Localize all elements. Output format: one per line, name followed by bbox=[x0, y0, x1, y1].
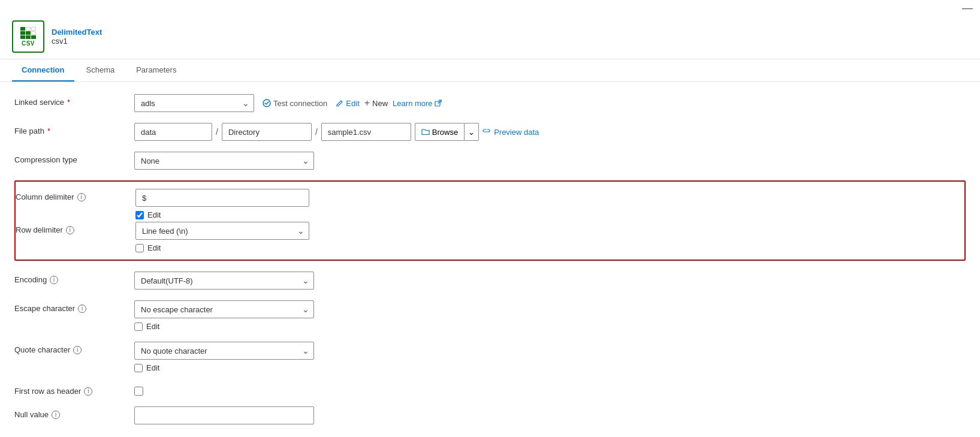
external-link-icon bbox=[435, 100, 442, 107]
compression-type-select-wrapper: None GZip Deflate BZip2 bbox=[134, 152, 314, 170]
quote-character-select-wrapper: No quote character Double quote (") Sing… bbox=[134, 342, 314, 360]
row-delimiter-controls: Default (\r, \n, or \r\n) Line feed (\n)… bbox=[135, 222, 309, 252]
csv-icon-label: CSV bbox=[22, 40, 35, 47]
column-delimiter-input[interactable] bbox=[135, 189, 309, 207]
delimiter-section: Column delimiter i Edit Row delimiter i bbox=[14, 180, 966, 261]
row-delimiter-info-icon[interactable]: i bbox=[66, 226, 74, 234]
tab-parameters[interactable]: Parameters bbox=[126, 59, 186, 82]
row-delimiter-edit-checkbox[interactable] bbox=[135, 244, 144, 252]
encoding-select[interactable]: Default(UTF-8) UTF-8 UTF-16 ASCII bbox=[134, 272, 314, 290]
row-delimiter-select[interactable]: Default (\r, \n, or \r\n) Line feed (\n)… bbox=[135, 222, 309, 240]
column-delimiter-controls: Edit bbox=[135, 189, 309, 219]
escape-character-select[interactable]: No escape character Backslash (\) bbox=[134, 300, 314, 318]
linked-service-required: * bbox=[67, 98, 70, 107]
compression-type-row: Compression type None GZip Deflate BZip2 bbox=[14, 152, 966, 170]
escape-character-controls: No escape character Backslash (\) Edit bbox=[134, 300, 314, 331]
quote-character-edit-label: Edit bbox=[146, 363, 159, 372]
column-delimiter-row: Column delimiter i Edit bbox=[16, 189, 957, 219]
row-delimiter-select-wrapper: Default (\r, \n, or \r\n) Line feed (\n)… bbox=[135, 222, 309, 240]
preview-data-button[interactable]: Preview data bbox=[483, 128, 539, 137]
linked-service-select-wrapper: adls bbox=[134, 94, 254, 112]
linked-service-row: Linked service * adls Test connection Ed… bbox=[14, 94, 966, 112]
column-delimiter-label: Column delimiter i bbox=[16, 189, 135, 201]
first-row-header-info-icon[interactable]: i bbox=[84, 387, 92, 396]
minimize-button[interactable]: — bbox=[962, 2, 973, 13]
browse-dropdown-icon: ⌄ bbox=[468, 128, 475, 137]
null-value-row: Null value i bbox=[14, 406, 966, 424]
quote-character-controls: No quote character Double quote (") Sing… bbox=[134, 342, 314, 372]
null-value-input[interactable] bbox=[134, 406, 314, 424]
row-delimiter-edit-row: Edit bbox=[135, 243, 309, 252]
null-value-info-icon[interactable]: i bbox=[52, 411, 60, 419]
escape-character-edit-checkbox[interactable] bbox=[134, 323, 143, 331]
quote-character-label: Quote character i bbox=[14, 342, 134, 354]
escape-character-edit-label: Edit bbox=[146, 322, 159, 331]
tab-bar: Connection Schema Parameters bbox=[0, 59, 980, 82]
first-row-header-label: First row as header i bbox=[14, 383, 134, 396]
column-delimiter-edit-label: Edit bbox=[147, 210, 161, 219]
learn-more-button[interactable]: Learn more bbox=[393, 99, 441, 108]
file-path-part2-input[interactable] bbox=[222, 123, 312, 141]
edit-icon bbox=[336, 100, 343, 107]
column-delimiter-info-icon[interactable]: i bbox=[77, 193, 86, 201]
row-delimiter-edit-label: Edit bbox=[147, 243, 161, 252]
tab-schema[interactable]: Schema bbox=[77, 59, 125, 82]
link-icon bbox=[483, 128, 491, 136]
compression-type-select[interactable]: None GZip Deflate BZip2 bbox=[134, 152, 314, 170]
file-path-part1-input[interactable] bbox=[134, 123, 212, 141]
browse-button[interactable]: Browse bbox=[415, 123, 465, 141]
quote-character-info-icon[interactable]: i bbox=[73, 346, 82, 354]
content-area: Linked service * adls Test connection Ed… bbox=[0, 82, 980, 437]
encoding-row: Encoding i Default(UTF-8) UTF-8 UTF-16 A… bbox=[14, 272, 966, 290]
encoding-label: Encoding i bbox=[14, 272, 134, 284]
quote-character-edit-row: Edit bbox=[134, 363, 314, 372]
new-linked-service-button[interactable]: + New bbox=[364, 98, 388, 108]
compression-type-label: Compression type bbox=[14, 152, 134, 164]
first-row-header-checkbox[interactable] bbox=[134, 387, 143, 396]
file-path-part3-input[interactable] bbox=[321, 123, 411, 141]
column-delimiter-edit-checkbox[interactable] bbox=[135, 211, 144, 219]
dataset-type: DelimitedText bbox=[52, 28, 102, 37]
file-path-controls: / / Browse ⌄ Preview data bbox=[134, 123, 539, 141]
test-connection-button[interactable]: Test connection bbox=[259, 97, 331, 110]
escape-character-select-wrapper: No escape character Backslash (\) bbox=[134, 300, 314, 318]
quote-character-edit-checkbox[interactable] bbox=[134, 364, 143, 372]
browse-btn-group: Browse ⌄ bbox=[415, 123, 479, 141]
file-path-row: File path * / / Browse ⌄ Preview data bbox=[14, 123, 966, 141]
dataset-name: csv1 bbox=[52, 37, 102, 46]
edit-linked-service-button[interactable]: Edit bbox=[336, 99, 359, 108]
folder-icon bbox=[421, 128, 430, 136]
linked-service-controls: adls Test connection Edit + New Learn mo… bbox=[134, 94, 442, 112]
encoding-info-icon[interactable]: i bbox=[50, 276, 58, 284]
escape-character-edit-row: Edit bbox=[134, 322, 314, 331]
escape-character-info-icon[interactable]: i bbox=[78, 305, 86, 313]
row-delimiter-label: Row delimiter i bbox=[16, 222, 135, 234]
linked-service-select[interactable]: adls bbox=[134, 94, 254, 112]
escape-character-row: Escape character i No escape character B… bbox=[14, 300, 966, 331]
row-delimiter-row: Row delimiter i Default (\r, \n, or \r\n… bbox=[16, 222, 957, 252]
file-path-label: File path * bbox=[14, 123, 134, 135]
path-separator-2: / bbox=[315, 127, 318, 137]
column-delimiter-edit-row: Edit bbox=[135, 210, 309, 219]
escape-character-label: Escape character i bbox=[14, 300, 134, 313]
browse-dropdown-button[interactable]: ⌄ bbox=[465, 123, 479, 141]
path-separator-1: / bbox=[216, 127, 218, 137]
encoding-select-wrapper: Default(UTF-8) UTF-8 UTF-16 ASCII bbox=[134, 272, 314, 290]
file-path-required: * bbox=[47, 126, 50, 135]
dataset-header: CSV DelimitedText csv1 bbox=[0, 13, 980, 59]
quote-character-select[interactable]: No quote character Double quote (") Sing… bbox=[134, 342, 314, 360]
null-value-label: Null value i bbox=[14, 406, 134, 419]
first-row-header-row: First row as header i bbox=[14, 383, 966, 396]
dataset-icon: CSV bbox=[12, 20, 44, 53]
linked-service-label: Linked service * bbox=[14, 94, 134, 107]
tab-connection[interactable]: Connection bbox=[12, 59, 74, 82]
quote-character-row: Quote character i No quote character Dou… bbox=[14, 342, 966, 372]
test-connection-icon bbox=[263, 99, 271, 107]
